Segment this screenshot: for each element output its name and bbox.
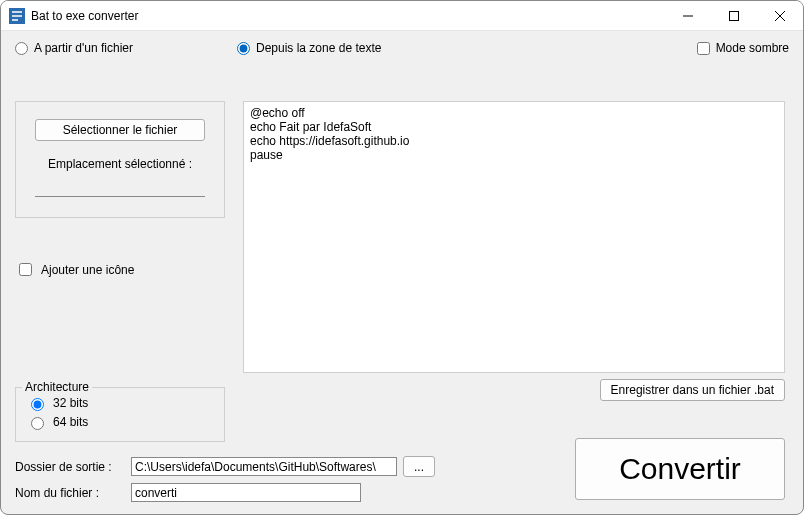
file-group: Sélectionner le fichier Emplacement séle… [15,101,225,218]
source-from-file-label: A partir d'un fichier [34,41,133,55]
selected-location-label: Emplacement sélectionné : [26,157,214,171]
maximize-button[interactable] [711,1,757,31]
arch-64-input[interactable] [31,417,44,430]
dark-mode-checkbox[interactable]: Mode sombre [697,41,789,55]
output-name-label: Nom du fichier : [15,486,125,500]
arch-32-radio[interactable]: 32 bits [26,395,214,411]
app-icon [9,8,25,24]
source-from-file-input[interactable] [15,42,28,55]
output-folder-input[interactable] [131,457,397,476]
architecture-group: Architecture 32 bits 64 bits [15,387,225,442]
dark-mode-input[interactable] [697,42,710,55]
arch-32-label: 32 bits [53,396,88,410]
browse-folder-button[interactable]: ... [403,456,435,477]
convert-button[interactable]: Convertir [575,438,785,500]
arch-64-label: 64 bits [53,415,88,429]
svg-rect-1 [730,11,739,20]
output-name-input[interactable] [131,483,361,502]
selected-location-value [35,179,205,197]
app-window: Bat to exe converter A partir d'un fichi… [0,0,804,515]
source-from-file-radio[interactable]: A partir d'un fichier [15,41,229,55]
architecture-legend: Architecture [22,380,92,394]
window-title: Bat to exe converter [31,9,138,23]
add-icon-checkbox[interactable]: Ajouter une icône [15,260,225,279]
output-folder-label: Dossier de sortie : [15,460,125,474]
close-button[interactable] [757,1,803,31]
client-area: A partir d'un fichier Depuis la zone de … [1,31,803,514]
title-bar: Bat to exe converter [1,1,803,31]
save-bat-button[interactable]: Enregistrer dans un fichier .bat [600,379,785,401]
convert-button-label: Convertir [619,452,741,486]
source-from-text-label: Depuis la zone de texte [256,41,381,55]
select-file-button[interactable]: Sélectionner le fichier [35,119,205,141]
source-from-text-radio[interactable]: Depuis la zone de texte [237,41,381,55]
arch-64-radio[interactable]: 64 bits [26,414,214,430]
arch-32-input[interactable] [31,398,44,411]
code-textarea[interactable] [243,101,785,373]
add-icon-input[interactable] [19,263,32,276]
dark-mode-label: Mode sombre [716,41,789,55]
minimize-button[interactable] [665,1,711,31]
add-icon-label: Ajouter une icône [41,263,134,277]
source-from-text-input[interactable] [237,42,250,55]
